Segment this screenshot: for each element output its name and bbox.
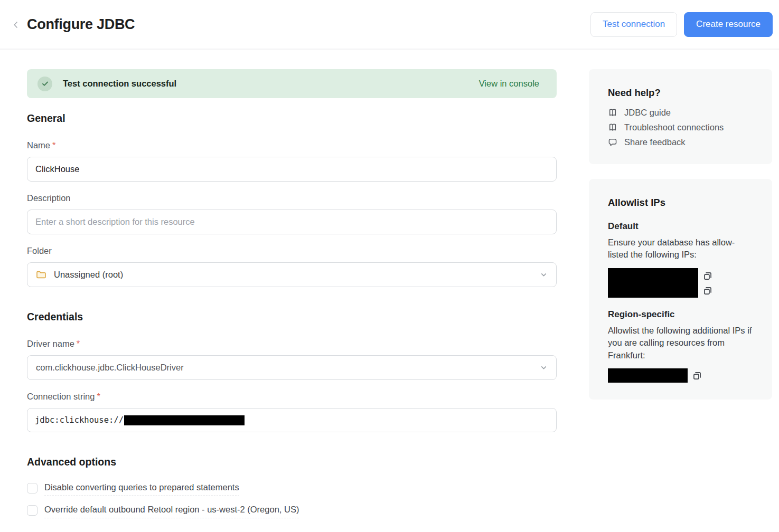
- redacted-region-ips: [608, 368, 688, 383]
- redacted-connection-string: [124, 415, 245, 425]
- banner-message: Test connection successful: [63, 79, 176, 89]
- need-help-title: Need help?: [608, 87, 753, 99]
- folder-icon: [36, 270, 46, 279]
- chat-icon: [608, 138, 617, 147]
- page-title: Configure JDBC: [27, 16, 135, 33]
- test-connection-button[interactable]: Test connection: [590, 12, 677, 37]
- redacted-default-ips: [608, 268, 698, 298]
- back-button[interactable]: [10, 18, 22, 31]
- credentials-heading: Credentials: [27, 311, 557, 323]
- book-icon: [608, 108, 617, 117]
- region-ips: [608, 368, 753, 383]
- connection-string-prefix: jdbc:clickhouse://: [35, 415, 124, 425]
- driver-name-label: Driver name*: [27, 339, 557, 349]
- troubleshoot-connections-link[interactable]: Troubleshoot connections: [608, 122, 753, 132]
- driver-name-select[interactable]: com.clickhouse.jdbc.ClickHouseDriver: [27, 355, 557, 380]
- allowlist-ips-card: Allowlist IPs Default Ensure your databa…: [589, 179, 772, 400]
- help-link-label: Troubleshoot connections: [624, 122, 724, 132]
- driver-select-value: com.clickhouse.jdbc.ClickHouseDriver: [36, 363, 184, 373]
- header-actions: Test connection Create resource: [590, 12, 773, 37]
- form-column: Test connection successful View in conso…: [27, 69, 557, 518]
- connection-string-input[interactable]: jdbc:clickhouse://: [27, 408, 557, 432]
- name-label: Name*: [27, 140, 557, 150]
- create-resource-button[interactable]: Create resource: [684, 12, 773, 37]
- copy-icon[interactable]: [688, 368, 702, 383]
- allowlist-title: Allowlist IPs: [608, 197, 753, 208]
- jdbc-guide-link[interactable]: JDBC guide: [608, 108, 753, 118]
- copy-icon[interactable]: [703, 271, 712, 281]
- default-text: Ensure your database has allow-listed th…: [608, 236, 753, 261]
- description-input[interactable]: [27, 210, 557, 234]
- folder-select-value: Unassigned (root): [54, 270, 123, 280]
- help-link-label: JDBC guide: [624, 108, 671, 118]
- required-asterisk: *: [97, 392, 100, 401]
- page-header: Configure JDBC Test connection Create re…: [0, 0, 779, 50]
- chevron-down-icon: [540, 364, 548, 372]
- default-ips: [608, 268, 753, 298]
- help-link-label: Share feedback: [624, 137, 686, 147]
- need-help-card: Need help? JDBC guide Troubleshoot conne…: [589, 69, 772, 164]
- success-check-icon: [37, 77, 52, 91]
- copy-icon[interactable]: [703, 286, 712, 296]
- book-icon: [608, 123, 617, 132]
- region-specific-text: Allowlist the following additional IPs i…: [608, 325, 753, 362]
- default-heading: Default: [608, 221, 753, 232]
- view-in-console-link[interactable]: View in console: [479, 79, 539, 89]
- copy-buttons: [698, 268, 712, 298]
- help-links: JDBC guide Troubleshoot connections Shar…: [608, 108, 753, 147]
- folder-label: Folder: [27, 246, 557, 256]
- connection-string-label: Connection string*: [27, 392, 557, 402]
- sidebar: Need help? JDBC guide Troubleshoot conne…: [589, 69, 772, 518]
- share-feedback-link[interactable]: Share feedback: [608, 137, 753, 147]
- description-label: Description: [27, 193, 557, 203]
- chevron-down-icon: [540, 271, 548, 279]
- general-heading: General: [27, 112, 557, 125]
- advanced-options-heading: Advanced options: [27, 456, 557, 468]
- folder-select[interactable]: Unassigned (root): [27, 262, 557, 287]
- advanced-option-row: Override default outbound Retool region …: [27, 505, 557, 518]
- disable-prepared-statements-checkbox[interactable]: [27, 483, 37, 493]
- success-banner: Test connection successful View in conso…: [27, 69, 557, 98]
- checkbox-label: Override default outbound Retool region …: [44, 505, 299, 518]
- advanced-option-row: Disable converting queries to prepared s…: [27, 482, 557, 496]
- required-asterisk: *: [52, 140, 55, 150]
- chevron-left-icon: [12, 21, 20, 29]
- region-specific-heading: Region-specific: [608, 309, 753, 320]
- required-asterisk: *: [77, 339, 80, 348]
- name-input[interactable]: [27, 157, 557, 182]
- page-content: Test connection successful View in conso…: [0, 50, 779, 518]
- override-region-checkbox[interactable]: [27, 505, 37, 516]
- checkbox-label: Disable converting queries to prepared s…: [44, 482, 239, 496]
